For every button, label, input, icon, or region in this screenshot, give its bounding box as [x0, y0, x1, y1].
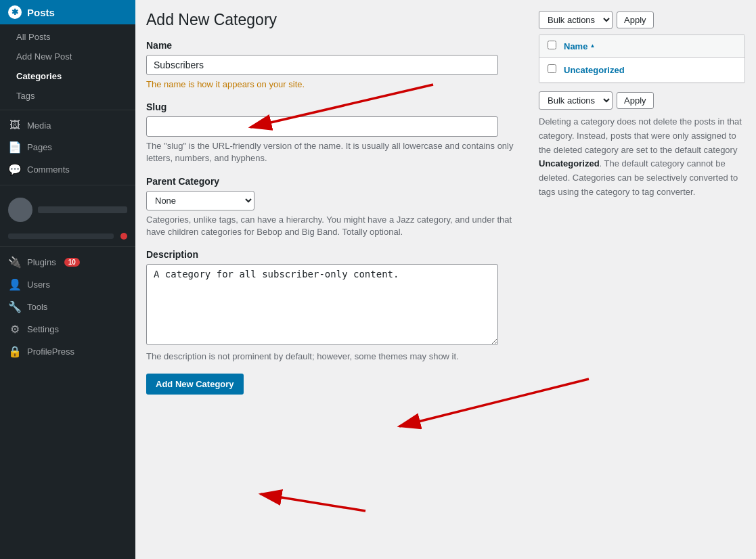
select-all-checkbox-container[interactable]: [548, 41, 564, 51]
sidebar-item-comments[interactable]: 💬 Comments: [0, 158, 135, 181]
sidebar-nav: All Posts Add New Post Categories Tags 🖼…: [0, 24, 135, 363]
sidebar-item-label: Tools: [27, 302, 47, 312]
sidebar-item-plugins[interactable]: 🔌 Plugins 10: [0, 251, 135, 273]
apply-button-bottom[interactable]: Apply: [617, 92, 654, 109]
parent-field-group: Parent Category None Categories, unlike …: [146, 176, 525, 238]
table-row: Uncategorized: [539, 58, 744, 83]
sidebar-item-label: All Posts: [16, 32, 51, 42]
sidebar-item-label: ProfilePress: [27, 346, 74, 357]
avatar: [8, 198, 32, 222]
bulk-actions-select-bottom[interactable]: Bulk actions: [539, 91, 613, 110]
wp-logo-icon: ✱: [8, 5, 22, 19]
sidebar-item-label: Pages: [27, 142, 52, 152]
name-label: Name: [146, 40, 525, 51]
sidebar-item-settings[interactable]: ⚙ Settings: [0, 318, 135, 340]
page-title: Add New Category: [146, 11, 525, 29]
sidebar-item-label: Settings: [27, 324, 59, 334]
sidebar-item-label: Comments: [27, 164, 70, 175]
plugins-badge: 10: [64, 258, 80, 267]
sidebar-item-pages[interactable]: 📄 Pages: [0, 136, 135, 158]
plugins-icon: 🔌: [8, 256, 22, 269]
main-content: Add New Category Name The name is how it…: [135, 0, 756, 559]
row-checkbox[interactable]: [548, 64, 556, 73]
slug-input[interactable]: [146, 116, 498, 137]
name-input[interactable]: [146, 55, 498, 75]
sidebar-title: Posts: [27, 7, 55, 18]
update-dot: [120, 233, 127, 240]
comments-icon: 💬: [8, 163, 22, 176]
sidebar-item-add-new-post[interactable]: Add New Post: [0, 47, 135, 66]
sidebar-item-profilepress[interactable]: 🔒 ProfilePress: [0, 340, 135, 363]
sidebar-item-label: Plugins: [27, 257, 56, 267]
select-all-checkbox[interactable]: [548, 41, 556, 49]
users-icon: 👤: [8, 278, 22, 291]
right-panel: Bulk actions Apply Name ▲: [539, 11, 745, 548]
table-header: Name ▲: [539, 35, 744, 58]
sidebar-item-tools[interactable]: 🔧 Tools: [0, 296, 135, 318]
parent-hint: Categories, unlike tags, can have a hier…: [146, 214, 525, 238]
bulk-actions-select-top[interactable]: Bulk actions: [539, 11, 613, 29]
update-row: [0, 230, 135, 242]
name-field-group: Name The name is how it appears on your …: [146, 40, 525, 91]
sidebar-item-categories[interactable]: Categories: [0, 66, 135, 86]
categories-table: Name ▲ Uncategorized: [539, 35, 745, 83]
settings-icon: ⚙: [8, 323, 22, 336]
sidebar-item-users[interactable]: 👤 Users: [0, 273, 135, 296]
parent-label: Parent Category: [146, 176, 525, 187]
table-name-header[interactable]: Name ▲: [564, 41, 736, 51]
add-new-category-button[interactable]: Add New Category: [146, 374, 244, 395]
user-avatar-section: [0, 189, 135, 230]
sidebar-header[interactable]: ✱ Posts: [0, 0, 135, 24]
slug-field-group: Slug The "slug" is the URL-friendly vers…: [146, 102, 525, 164]
description-textarea[interactable]: A category for all subscriber-only conte…: [146, 264, 498, 345]
parent-select[interactable]: None: [146, 191, 254, 210]
category-name-cell[interactable]: Uncategorized: [564, 65, 736, 75]
sidebar-item-label: Tags: [16, 91, 35, 101]
pages-icon: 📄: [8, 141, 22, 154]
row-checkbox-container[interactable]: [548, 64, 564, 75]
description-label: Description: [146, 249, 525, 260]
description-field-group: Description A category for all subscribe…: [146, 249, 525, 363]
sidebar-item-label: Media: [27, 120, 51, 131]
slug-label: Slug: [146, 102, 525, 112]
category-name-link[interactable]: Uncategorized: [564, 65, 625, 75]
info-text: Deleting a category does not delete the …: [539, 115, 745, 200]
sort-arrows: ▲: [590, 43, 595, 49]
sidebar-item-label: Categories: [16, 71, 62, 81]
sidebar-item-label: Users: [27, 280, 50, 290]
profilepress-icon: 🔒: [8, 345, 22, 358]
bulk-actions-top: Bulk actions Apply: [539, 11, 745, 29]
name-hint: The name is how it appears on your site.: [146, 79, 525, 91]
sidebar-item-media[interactable]: 🖼 Media: [0, 114, 135, 136]
form-panel: Add New Category Name The name is how it…: [146, 11, 525, 548]
description-hint: The description is not prominent by defa…: [146, 351, 525, 363]
sidebar-item-tags[interactable]: Tags: [0, 86, 135, 106]
uncategorized-bold: Uncategorized: [539, 158, 600, 169]
apply-button-top[interactable]: Apply: [617, 12, 654, 28]
sidebar-item-label: Add New Post: [16, 51, 72, 62]
media-icon: 🖼: [8, 119, 22, 131]
tools-icon: 🔧: [8, 300, 22, 313]
bulk-actions-bottom: Bulk actions Apply: [539, 91, 745, 110]
sort-up-icon: ▲: [590, 43, 595, 49]
sidebar-item-all-posts[interactable]: All Posts: [0, 27, 135, 47]
slug-hint: The "slug" is the URL-friendly version o…: [146, 140, 525, 164]
name-column-label: Name: [564, 41, 587, 51]
sidebar: ✱ Posts All Posts Add New Post Categorie…: [0, 0, 135, 559]
